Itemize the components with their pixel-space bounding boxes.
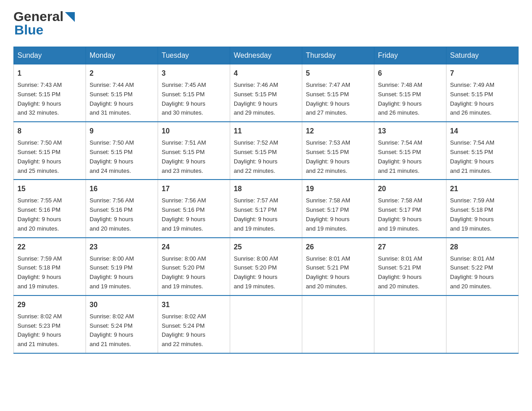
day-info: Sunrise: 8:01 AMSunset: 5:21 PMDaylight:…: [306, 254, 370, 291]
calendar-cell: 5 Sunrise: 7:47 AMSunset: 5:15 PMDayligh…: [302, 64, 374, 122]
day-number: 18: [234, 184, 298, 194]
calendar-cell: 23 Sunrise: 8:00 AMSunset: 5:19 PMDaylig…: [86, 238, 158, 295]
day-info: Sunrise: 7:47 AMSunset: 5:15 PMDaylight:…: [306, 81, 370, 118]
svg-marker-0: [65, 12, 75, 22]
calendar-cell: 14 Sunrise: 7:54 AMSunset: 5:15 PMDaylig…: [446, 122, 519, 180]
day-number: 25: [234, 242, 298, 253]
calendar-cell: 12 Sunrise: 7:53 AMSunset: 5:15 PMDaylig…: [302, 122, 374, 180]
calendar-cell: 20 Sunrise: 7:58 AMSunset: 5:17 PMDaylig…: [374, 180, 446, 237]
day-number: 13: [378, 126, 442, 137]
calendar-week-row: 15 Sunrise: 7:55 AMSunset: 5:16 PMDaylig…: [14, 180, 519, 237]
calendar-week-row: 29 Sunrise: 8:02 AMSunset: 5:23 PMDaylig…: [14, 295, 519, 353]
calendar-cell: 10 Sunrise: 7:51 AMSunset: 5:15 PMDaylig…: [158, 122, 230, 180]
calendar-cell: [446, 295, 519, 353]
day-info: Sunrise: 7:46 AMSunset: 5:15 PMDaylight:…: [234, 81, 298, 118]
day-number: 11: [234, 126, 298, 137]
day-number: 7: [450, 68, 515, 79]
calendar-cell: [302, 295, 374, 353]
calendar-cell: 4 Sunrise: 7:46 AMSunset: 5:15 PMDayligh…: [230, 64, 302, 122]
day-number: 1: [17, 68, 82, 79]
calendar-cell: 9 Sunrise: 7:50 AMSunset: 5:15 PMDayligh…: [86, 122, 158, 180]
calendar-cell: 26 Sunrise: 8:01 AMSunset: 5:21 PMDaylig…: [302, 238, 374, 295]
calendar-cell: [230, 295, 302, 353]
day-info: Sunrise: 8:02 AMSunset: 5:24 PMDaylight:…: [162, 312, 226, 349]
calendar-cell: 11 Sunrise: 7:52 AMSunset: 5:15 PMDaylig…: [230, 122, 302, 180]
calendar-cell: 2 Sunrise: 7:44 AMSunset: 5:15 PMDayligh…: [86, 64, 158, 122]
calendar-cell: 19 Sunrise: 7:58 AMSunset: 5:17 PMDaylig…: [302, 180, 374, 237]
calendar-cell: 30 Sunrise: 8:02 AMSunset: 5:24 PMDaylig…: [86, 295, 158, 353]
day-info: Sunrise: 7:59 AMSunset: 5:18 PMDaylight:…: [17, 254, 82, 291]
logo-blue-text: Blue: [13, 22, 75, 38]
day-info: Sunrise: 7:43 AMSunset: 5:15 PMDaylight:…: [17, 81, 82, 118]
header-sunday: Sunday: [14, 47, 86, 64]
day-number: 8: [17, 126, 82, 137]
day-number: 9: [90, 126, 154, 137]
day-info: Sunrise: 7:54 AMSunset: 5:15 PMDaylight:…: [378, 138, 442, 176]
day-info: Sunrise: 8:02 AMSunset: 5:24 PMDaylight:…: [90, 312, 154, 349]
calendar-cell: 13 Sunrise: 7:54 AMSunset: 5:15 PMDaylig…: [374, 122, 446, 180]
calendar-cell: 7 Sunrise: 7:49 AMSunset: 5:15 PMDayligh…: [446, 64, 519, 122]
day-info: Sunrise: 7:57 AMSunset: 5:17 PMDaylight:…: [234, 196, 298, 233]
day-info: Sunrise: 7:56 AMSunset: 5:16 PMDaylight:…: [162, 196, 226, 233]
calendar-cell: 15 Sunrise: 7:55 AMSunset: 5:16 PMDaylig…: [14, 180, 86, 237]
calendar-cell: 16 Sunrise: 7:56 AMSunset: 5:16 PMDaylig…: [86, 180, 158, 237]
calendar-cell: 22 Sunrise: 7:59 AMSunset: 5:18 PMDaylig…: [14, 238, 86, 295]
calendar-cell: 18 Sunrise: 7:57 AMSunset: 5:17 PMDaylig…: [230, 180, 302, 237]
day-number: 2: [90, 68, 154, 79]
day-number: 12: [306, 126, 370, 137]
day-info: Sunrise: 7:58 AMSunset: 5:17 PMDaylight:…: [378, 196, 442, 233]
day-info: Sunrise: 7:44 AMSunset: 5:15 PMDaylight:…: [90, 81, 154, 118]
day-number: 3: [162, 68, 226, 79]
day-number: 26: [306, 242, 370, 253]
calendar-week-row: 22 Sunrise: 7:59 AMSunset: 5:18 PMDaylig…: [14, 238, 519, 295]
header-saturday: Saturday: [446, 47, 519, 64]
header-monday: Monday: [86, 47, 158, 64]
day-info: Sunrise: 7:50 AMSunset: 5:15 PMDaylight:…: [90, 138, 154, 176]
day-info: Sunrise: 7:50 AMSunset: 5:15 PMDaylight:…: [17, 138, 82, 176]
calendar-cell: 3 Sunrise: 7:45 AMSunset: 5:15 PMDayligh…: [158, 64, 230, 122]
page-header: General Blue: [13, 9, 519, 38]
day-number: 15: [17, 184, 82, 194]
calendar-cell: 25 Sunrise: 8:00 AMSunset: 5:20 PMDaylig…: [230, 238, 302, 295]
day-info: Sunrise: 7:51 AMSunset: 5:15 PMDaylight:…: [162, 138, 226, 176]
day-info: Sunrise: 7:58 AMSunset: 5:17 PMDaylight:…: [306, 196, 370, 233]
day-number: 29: [17, 300, 82, 310]
calendar-cell: 24 Sunrise: 8:00 AMSunset: 5:20 PMDaylig…: [158, 238, 230, 295]
day-info: Sunrise: 8:00 AMSunset: 5:19 PMDaylight:…: [90, 254, 154, 291]
day-number: 16: [90, 184, 154, 194]
calendar-header-row: SundayMondayTuesdayWednesdayThursdayFrid…: [14, 47, 519, 64]
day-info: Sunrise: 7:53 AMSunset: 5:15 PMDaylight:…: [306, 138, 370, 176]
day-number: 24: [162, 242, 226, 253]
day-number: 28: [450, 242, 515, 253]
day-number: 19: [306, 184, 370, 194]
day-number: 21: [450, 184, 515, 194]
day-info: Sunrise: 7:45 AMSunset: 5:15 PMDaylight:…: [162, 81, 226, 118]
calendar-cell: 21 Sunrise: 7:59 AMSunset: 5:18 PMDaylig…: [446, 180, 519, 237]
day-number: 23: [90, 242, 154, 253]
day-number: 6: [378, 68, 442, 79]
day-info: Sunrise: 8:02 AMSunset: 5:23 PMDaylight:…: [17, 312, 82, 349]
day-info: Sunrise: 8:00 AMSunset: 5:20 PMDaylight:…: [162, 254, 226, 291]
header-friday: Friday: [374, 47, 446, 64]
day-info: Sunrise: 7:56 AMSunset: 5:16 PMDaylight:…: [90, 196, 154, 233]
calendar-week-row: 1 Sunrise: 7:43 AMSunset: 5:15 PMDayligh…: [14, 64, 519, 122]
header-wednesday: Wednesday: [230, 47, 302, 64]
day-number: 4: [234, 68, 298, 79]
day-number: 30: [90, 300, 154, 310]
calendar-cell: 8 Sunrise: 7:50 AMSunset: 5:15 PMDayligh…: [14, 122, 86, 180]
day-info: Sunrise: 8:01 AMSunset: 5:22 PMDaylight:…: [450, 254, 515, 291]
header-tuesday: Tuesday: [158, 47, 230, 64]
day-info: Sunrise: 7:52 AMSunset: 5:15 PMDaylight:…: [234, 138, 298, 176]
day-number: 14: [450, 126, 515, 137]
calendar-cell: 29 Sunrise: 8:02 AMSunset: 5:23 PMDaylig…: [14, 295, 86, 353]
logo: General Blue: [13, 9, 75, 38]
day-number: 5: [306, 68, 370, 79]
calendar-cell: [374, 295, 446, 353]
day-number: 17: [162, 184, 226, 194]
calendar-table: SundayMondayTuesdayWednesdayThursdayFrid…: [13, 47, 519, 354]
calendar-cell: 6 Sunrise: 7:48 AMSunset: 5:15 PMDayligh…: [374, 64, 446, 122]
day-info: Sunrise: 7:55 AMSunset: 5:16 PMDaylight:…: [17, 196, 82, 233]
header-thursday: Thursday: [302, 47, 374, 64]
day-number: 10: [162, 126, 226, 137]
calendar-week-row: 8 Sunrise: 7:50 AMSunset: 5:15 PMDayligh…: [14, 122, 519, 180]
